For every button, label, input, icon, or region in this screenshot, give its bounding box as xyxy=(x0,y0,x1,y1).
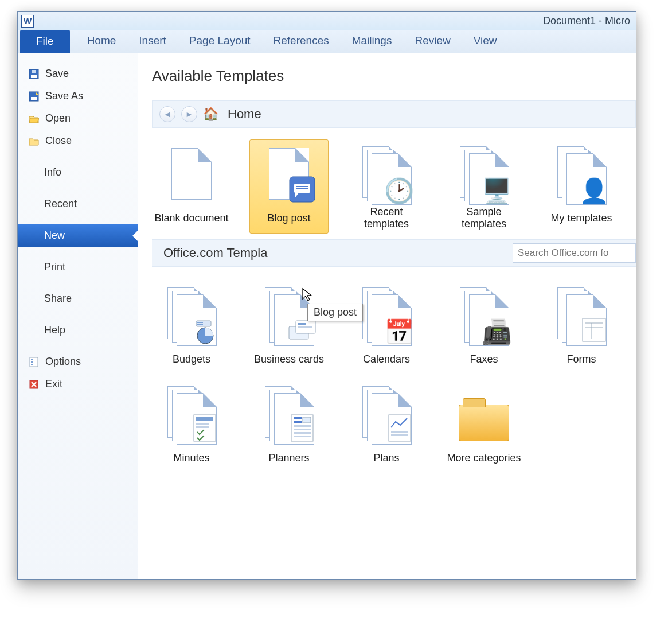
breadcrumb-home[interactable]: Home xyxy=(228,107,261,122)
nav-forward-button[interactable]: ► xyxy=(181,106,197,122)
template-label: Budgets xyxy=(173,347,210,372)
options-icon xyxy=(28,356,40,368)
saveas-icon xyxy=(28,91,40,102)
tab-mailings[interactable]: Mailings xyxy=(341,30,404,53)
template-label: Faxes xyxy=(470,347,498,372)
ribbon-tabs: File Home Insert Page Layout References … xyxy=(18,30,636,53)
nav-back-button[interactable]: ◄ xyxy=(159,106,175,122)
sidebar-item-label: Print xyxy=(44,261,65,273)
planners-icon xyxy=(257,382,321,445)
template-label: Plans xyxy=(373,445,399,471)
office-section-header: Office.com Templa xyxy=(152,239,636,267)
backstage-content: Available Templates ◄ ► 🏠 Home Blank doc… xyxy=(138,53,636,579)
sidebar-item-label: Info xyxy=(44,166,61,178)
tab-file[interactable]: File xyxy=(20,30,70,53)
svg-rect-21 xyxy=(298,326,312,328)
sidebar-item-save[interactable]: Save xyxy=(18,63,138,85)
tab-review[interactable]: Review xyxy=(403,30,462,53)
template-my-templates[interactable]: 👤 My templates xyxy=(542,139,621,234)
template-recent-templates[interactable]: 🕑 Recent templates xyxy=(347,139,426,234)
sidebar-item-label: Open xyxy=(45,112,71,125)
template-label: Blank document xyxy=(154,205,228,231)
template-plans[interactable]: Plans xyxy=(347,379,426,473)
template-blank-document[interactable]: Blank document xyxy=(152,139,231,234)
folder-icon xyxy=(452,382,515,445)
template-label: Business cards xyxy=(254,347,324,372)
svg-rect-16 xyxy=(197,322,203,323)
svg-rect-36 xyxy=(294,432,311,434)
svg-rect-12 xyxy=(296,186,308,187)
template-minutes[interactable]: Minutes xyxy=(152,379,231,473)
sidebar-item-new[interactable]: New xyxy=(18,224,138,247)
template-more-categories[interactable]: More categories xyxy=(444,379,523,473)
sidebar-item-exit[interactable]: Exit xyxy=(18,373,138,395)
template-label: More categories xyxy=(447,445,521,471)
template-calendars[interactable]: 📅 Calendars xyxy=(347,281,426,375)
blog-post-icon xyxy=(257,142,321,205)
sidebar-item-share[interactable]: Share xyxy=(18,287,138,310)
svg-rect-2 xyxy=(32,70,36,73)
sidebar-item-recent[interactable]: Recent xyxy=(18,193,138,215)
word-window: W Document1 - Micro File Home Insert Pag… xyxy=(17,11,636,580)
svg-rect-35 xyxy=(294,429,311,430)
sidebar-item-label: Close xyxy=(45,135,72,147)
tab-references[interactable]: References xyxy=(262,30,341,53)
faxes-icon: 📠 xyxy=(452,283,515,347)
blank-doc-icon xyxy=(160,142,223,205)
sidebar-item-close[interactable]: Close xyxy=(18,130,138,152)
sidebar-item-print[interactable]: Print xyxy=(18,256,138,278)
sidebar-item-options[interactable]: Options xyxy=(18,351,138,373)
sidebar-item-label: Help xyxy=(44,324,65,336)
sidebar-item-label: Exit xyxy=(45,378,62,390)
template-label: Recent templates xyxy=(347,205,425,231)
sidebar-item-save-as[interactable]: Save As xyxy=(18,85,138,107)
template-label: My templates xyxy=(550,205,612,231)
template-budgets[interactable]: Budgets xyxy=(152,281,231,375)
template-forms[interactable]: Forms xyxy=(542,281,621,375)
breadcrumb-bar: ◄ ► 🏠 Home xyxy=(152,100,636,128)
template-label: Calendars xyxy=(363,347,410,372)
template-faxes[interactable]: 📠 Faxes xyxy=(444,281,523,375)
tab-insert[interactable]: Insert xyxy=(127,30,178,53)
sidebar-item-help[interactable]: Help xyxy=(18,319,138,341)
template-blog-post[interactable]: Blog post xyxy=(249,139,329,234)
sidebar-item-info[interactable]: Info xyxy=(18,161,138,184)
sidebar-item-open[interactable]: Open xyxy=(18,107,138,130)
template-label: Sample templates xyxy=(445,205,523,231)
svg-rect-29 xyxy=(196,426,209,428)
tab-page-layout[interactable]: Page Layout xyxy=(178,30,262,53)
exit-icon xyxy=(28,379,40,390)
sidebar-item-label: Options xyxy=(45,356,81,368)
search-office-input[interactable] xyxy=(513,243,636,263)
sidebar-item-label: Share xyxy=(44,293,72,305)
template-label: Minutes xyxy=(173,445,209,471)
section-title: Office.com Templa xyxy=(163,246,267,261)
template-business-cards[interactable]: Business cards xyxy=(249,281,329,375)
sidebar-item-label: New xyxy=(44,230,65,242)
window-title: Document1 - Micro xyxy=(543,15,632,27)
page-title: Available Templates xyxy=(152,67,636,85)
open-icon xyxy=(28,113,40,125)
template-label: Planners xyxy=(268,445,309,471)
template-sample-templates[interactable]: 🖥️ Sample templates xyxy=(444,139,523,234)
svg-rect-6 xyxy=(31,359,33,360)
svg-rect-15 xyxy=(196,321,211,326)
titlebar: W Document1 - Micro xyxy=(18,12,636,30)
forms-icon xyxy=(550,283,613,347)
svg-rect-40 xyxy=(391,434,408,436)
svg-rect-20 xyxy=(298,323,306,325)
svg-rect-1 xyxy=(31,75,37,78)
svg-rect-39 xyxy=(391,431,408,433)
tab-home[interactable]: Home xyxy=(76,30,128,53)
svg-rect-34 xyxy=(294,425,311,427)
svg-rect-7 xyxy=(31,361,33,363)
sidebar-item-label: Save xyxy=(45,68,69,80)
svg-rect-17 xyxy=(197,324,203,325)
mouse-cursor-icon xyxy=(302,287,314,302)
template-planners[interactable]: Planners xyxy=(249,379,329,473)
word-app-icon: W xyxy=(21,15,34,28)
svg-rect-37 xyxy=(294,436,311,437)
tab-view[interactable]: View xyxy=(462,30,509,53)
template-label: Blog post xyxy=(267,205,310,231)
sidebar-item-label: Save As xyxy=(45,90,83,102)
